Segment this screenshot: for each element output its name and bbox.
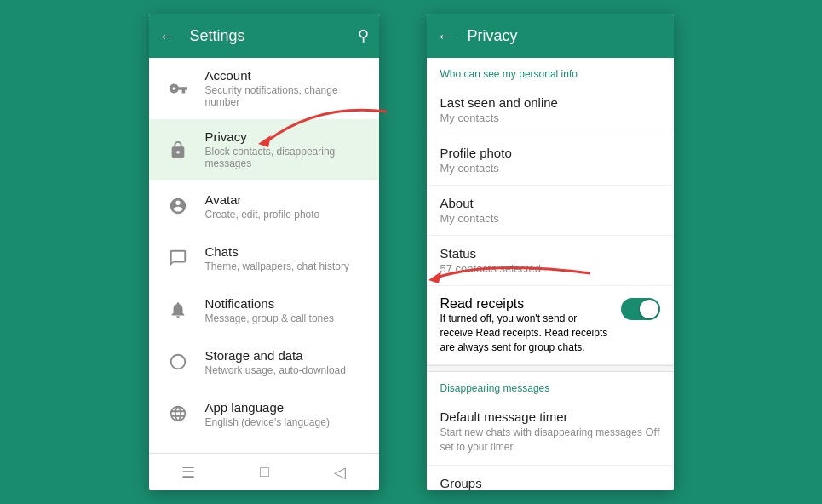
profile-photo-subtitle: My contacts (440, 162, 660, 175)
settings-item-help[interactable]: Help Help centre, contact us, privacy po… (149, 440, 379, 453)
storage-title: Storage and data (205, 348, 365, 363)
privacy-item-read-receipts[interactable]: Read receipts If turned off, you won't s… (427, 286, 674, 365)
menu-icon[interactable]: ☰ (181, 463, 195, 482)
default-timer-subtitle: Start new chats with disappearing messag… (440, 426, 646, 455)
groups-text: Groups Everyone (440, 476, 660, 490)
key-icon (163, 73, 193, 104)
settings-list: Account Security notifications, change n… (149, 58, 379, 453)
account-text: Account Security notifications, change n… (205, 68, 365, 108)
profile-photo-title: Profile photo (440, 146, 660, 160)
status-text: Status 57 contacts selected (440, 246, 660, 275)
settings-item-privacy[interactable]: Privacy Block contacts, disappearing mes… (149, 119, 379, 180)
privacy-header: ← Privacy (427, 14, 674, 58)
avatar-title: Avatar (205, 192, 365, 207)
privacy-item-status[interactable]: Status 57 contacts selected (427, 236, 674, 286)
personal-info-section-header: Who can see my personal info (427, 58, 674, 85)
privacy-text: Privacy Block contacts, disappearing mes… (205, 129, 365, 169)
settings-back-button[interactable]: ← (159, 26, 176, 46)
settings-item-account[interactable]: Account Security notifications, change n… (149, 58, 379, 119)
language-title: App language (205, 400, 365, 415)
language-text: App language English (device's language) (205, 400, 365, 428)
about-text: About My contacts (440, 196, 660, 225)
bell-icon (163, 295, 193, 325)
notifications-text: Notifications Message, group & call tone… (205, 296, 365, 324)
status-subtitle: 57 contacts selected (440, 262, 660, 275)
privacy-item-profile-photo[interactable]: Profile photo My contacts (427, 135, 674, 186)
privacy-screen: ← Privacy Who can see my personal info L… (427, 14, 674, 490)
account-title: Account (205, 68, 365, 83)
chat-icon (163, 243, 193, 273)
settings-header: ← Settings ⚲ (149, 14, 379, 58)
settings-item-storage[interactable]: Storage and data Network usage, auto-dow… (149, 336, 379, 388)
read-receipts-description: If turned off, you won't send or receive… (440, 312, 611, 354)
account-subtitle: Security notifications, change number (205, 84, 365, 108)
default-timer-value: Off (645, 426, 659, 438)
back-nav-icon[interactable]: ◁ (334, 463, 346, 482)
settings-item-language[interactable]: App language English (device's language) (149, 388, 379, 440)
chats-title: Chats (205, 244, 365, 259)
last-seen-subtitle: My contacts (440, 112, 660, 124)
profile-photo-text: Profile photo My contacts (440, 146, 660, 175)
read-receipts-text: Read receipts If turned off, you won't s… (440, 296, 611, 354)
about-title: About (440, 196, 660, 210)
disappearing-divider (427, 365, 674, 372)
read-receipts-toggle[interactable] (621, 298, 660, 320)
privacy-item-about[interactable]: About My contacts (427, 186, 674, 236)
settings-item-notifications[interactable]: Notifications Message, group & call tone… (149, 284, 379, 336)
privacy-content: Who can see my personal info Last seen a… (427, 58, 674, 490)
privacy-item-default-timer[interactable]: Default message timer Start new chats wi… (427, 399, 674, 466)
language-subtitle: English (device's language) (205, 416, 365, 428)
settings-item-chats[interactable]: Chats Theme, wallpapers, chat history (149, 232, 379, 284)
disappearing-section-header: Disappearing messages (427, 372, 674, 399)
about-subtitle: My contacts (440, 212, 660, 225)
default-timer-text: Default message timer Start new chats wi… (440, 410, 646, 455)
settings-screen: ← Settings ⚲ Account Security notificati… (149, 14, 379, 490)
privacy-item-groups[interactable]: Groups Everyone (427, 466, 674, 490)
avatar-text: Avatar Create, edit, profile photo (205, 192, 365, 220)
notifications-title: Notifications (205, 296, 365, 311)
privacy-subtitle: Block contacts, disappearing messages (205, 146, 365, 169)
storage-icon (163, 346, 193, 377)
home-icon[interactable]: □ (260, 463, 269, 481)
privacy-item-last-seen[interactable]: Last seen and online My contacts (427, 85, 674, 135)
avatar-icon (163, 191, 193, 221)
chats-subtitle: Theme, wallpapers, chat history (205, 261, 365, 272)
last-seen-text: Last seen and online My contacts (440, 95, 660, 124)
status-title: Status (440, 246, 660, 261)
storage-text: Storage and data Network usage, auto-dow… (205, 348, 365, 376)
groups-title: Groups (440, 476, 660, 490)
settings-title: Settings (190, 27, 358, 45)
chats-text: Chats Theme, wallpapers, chat history (205, 244, 365, 272)
read-receipts-title: Read receipts (440, 296, 611, 312)
privacy-title: Privacy (468, 27, 664, 45)
privacy-back-button[interactable]: ← (437, 26, 454, 46)
last-seen-title: Last seen and online (440, 95, 660, 110)
globe-icon (163, 398, 193, 429)
settings-search-icon[interactable]: ⚲ (358, 26, 369, 45)
avatar-subtitle: Create, edit, profile photo (205, 209, 365, 220)
settings-item-avatar[interactable]: Avatar Create, edit, profile photo (149, 180, 379, 232)
lock-icon (163, 135, 193, 165)
privacy-title: Privacy (205, 129, 365, 144)
bottom-navigation: ☰ □ ◁ (149, 453, 379, 490)
default-timer-title: Default message timer (440, 410, 646, 424)
notifications-subtitle: Message, group & call tones (205, 312, 365, 324)
storage-subtitle: Network usage, auto-download (205, 364, 365, 376)
